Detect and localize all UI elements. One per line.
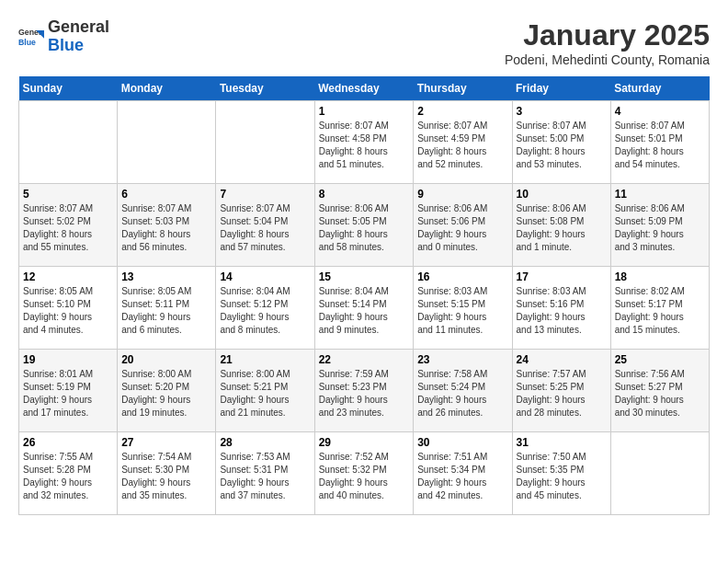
day-info: Sunrise: 8:07 AM Sunset: 5:04 PM Dayligh… [220,202,310,254]
weekday-friday: Friday [512,76,610,101]
week-row-2: 5Sunrise: 8:07 AM Sunset: 5:02 PM Daylig… [19,184,710,267]
day-info: Sunrise: 8:07 AM Sunset: 4:58 PM Dayligh… [319,120,410,171]
weekday-thursday: Thursday [414,76,512,101]
day-number: 29 [319,436,410,449]
day-info: Sunrise: 8:00 AM Sunset: 5:21 PM Dayligh… [220,368,310,419]
day-number: 2 [417,105,507,118]
calendar-cell: 23Sunrise: 7:58 AM Sunset: 5:24 PM Dayli… [414,350,512,432]
calendar-cell: 17Sunrise: 8:03 AM Sunset: 5:16 PM Dayli… [512,267,610,350]
day-info: Sunrise: 8:05 AM Sunset: 5:11 PM Dayligh… [121,285,211,337]
calendar-cell: 13Sunrise: 8:05 AM Sunset: 5:11 PM Dayli… [118,267,216,350]
day-number: 23 [417,353,507,366]
day-info: Sunrise: 7:59 AM Sunset: 5:23 PM Dayligh… [319,368,410,419]
calendar-cell: 14Sunrise: 8:04 AM Sunset: 5:12 PM Dayli… [216,267,314,350]
calendar-cell: 28Sunrise: 7:53 AM Sunset: 5:31 PM Dayli… [216,432,314,515]
day-info: Sunrise: 8:07 AM Sunset: 5:02 PM Dayligh… [23,202,113,254]
day-info: Sunrise: 8:03 AM Sunset: 5:16 PM Dayligh… [517,285,607,337]
day-number: 7 [220,188,310,201]
day-number: 13 [121,270,211,283]
calendar-cell: 19Sunrise: 8:01 AM Sunset: 5:19 PM Dayli… [19,350,118,432]
day-info: Sunrise: 8:01 AM Sunset: 5:19 PM Dayligh… [23,368,113,419]
day-number: 26 [23,436,113,449]
day-info: Sunrise: 8:07 AM Sunset: 4:59 PM Dayligh… [417,120,507,171]
logo-icon: General Blue [18,24,44,50]
calendar-cell: 6Sunrise: 8:07 AM Sunset: 5:03 PM Daylig… [118,184,216,267]
calendar-cell: 16Sunrise: 8:03 AM Sunset: 5:15 PM Dayli… [414,267,512,350]
calendar-cell: 29Sunrise: 7:52 AM Sunset: 5:32 PM Dayli… [314,432,414,515]
calendar-cell: 12Sunrise: 8:05 AM Sunset: 5:10 PM Dayli… [19,267,118,350]
day-info: Sunrise: 8:06 AM Sunset: 5:08 PM Dayligh… [517,202,607,254]
day-info: Sunrise: 7:51 AM Sunset: 5:34 PM Dayligh… [417,451,507,502]
day-number: 10 [517,188,607,201]
day-info: Sunrise: 8:06 AM Sunset: 5:09 PM Dayligh… [615,202,705,254]
day-info: Sunrise: 7:52 AM Sunset: 5:32 PM Dayligh… [319,451,410,502]
day-info: Sunrise: 8:04 AM Sunset: 5:12 PM Dayligh… [220,285,310,337]
weekday-row: SundayMondayTuesdayWednesdayThursdayFrid… [19,76,710,101]
calendar-cell: 30Sunrise: 7:51 AM Sunset: 5:34 PM Dayli… [414,432,512,515]
day-number: 12 [23,270,113,283]
day-number: 6 [121,188,211,201]
day-number: 19 [23,353,113,366]
day-info: Sunrise: 8:06 AM Sunset: 5:05 PM Dayligh… [319,202,410,254]
calendar-cell: 18Sunrise: 8:02 AM Sunset: 5:17 PM Dayli… [610,267,709,350]
calendar-cell: 4Sunrise: 8:07 AM Sunset: 5:01 PM Daylig… [610,101,709,184]
calendar-cell: 1Sunrise: 8:07 AM Sunset: 4:58 PM Daylig… [314,101,414,184]
calendar-cell: 8Sunrise: 8:06 AM Sunset: 5:05 PM Daylig… [314,184,414,267]
day-number: 16 [417,270,507,283]
calendar-cell: 3Sunrise: 8:07 AM Sunset: 5:00 PM Daylig… [512,101,610,184]
calendar-cell: 21Sunrise: 8:00 AM Sunset: 5:21 PM Dayli… [216,350,314,432]
day-number: 5 [23,188,113,201]
day-info: Sunrise: 7:55 AM Sunset: 5:28 PM Dayligh… [23,451,113,502]
day-info: Sunrise: 8:02 AM Sunset: 5:17 PM Dayligh… [615,285,705,337]
day-info: Sunrise: 7:54 AM Sunset: 5:30 PM Dayligh… [121,451,211,502]
day-info: Sunrise: 7:57 AM Sunset: 5:25 PM Dayligh… [517,368,607,419]
calendar-cell: 27Sunrise: 7:54 AM Sunset: 5:30 PM Dayli… [118,432,216,515]
page-header: General Blue General Blue January 2025 P… [18,18,710,67]
logo: General Blue General Blue [18,18,109,55]
day-number: 15 [319,270,410,283]
weekday-monday: Monday [118,76,216,101]
day-info: Sunrise: 7:56 AM Sunset: 5:27 PM Dayligh… [615,368,705,419]
day-info: Sunrise: 7:53 AM Sunset: 5:31 PM Dayligh… [220,451,310,502]
calendar-cell [118,101,216,184]
week-row-1: 1Sunrise: 8:07 AM Sunset: 4:58 PM Daylig… [19,101,710,184]
day-info: Sunrise: 7:58 AM Sunset: 5:24 PM Dayligh… [417,368,507,419]
calendar-body: 1Sunrise: 8:07 AM Sunset: 4:58 PM Daylig… [19,101,710,515]
calendar-cell: 22Sunrise: 7:59 AM Sunset: 5:23 PM Dayli… [314,350,414,432]
day-info: Sunrise: 8:04 AM Sunset: 5:14 PM Dayligh… [319,285,410,337]
calendar-cell: 7Sunrise: 8:07 AM Sunset: 5:04 PM Daylig… [216,184,314,267]
calendar-cell: 15Sunrise: 8:04 AM Sunset: 5:14 PM Dayli… [314,267,414,350]
calendar-cell: 24Sunrise: 7:57 AM Sunset: 5:25 PM Dayli… [512,350,610,432]
weekday-sunday: Sunday [19,76,118,101]
day-number: 3 [517,105,607,118]
day-info: Sunrise: 8:00 AM Sunset: 5:20 PM Dayligh… [121,368,211,419]
logo-general-text: General [48,17,109,36]
weekday-wednesday: Wednesday [314,76,414,101]
week-row-3: 12Sunrise: 8:05 AM Sunset: 5:10 PM Dayli… [19,267,710,350]
day-info: Sunrise: 8:07 AM Sunset: 5:03 PM Dayligh… [121,202,211,254]
day-number: 1 [319,105,410,118]
calendar-header: SundayMondayTuesdayWednesdayThursdayFrid… [19,76,710,101]
day-info: Sunrise: 8:03 AM Sunset: 5:15 PM Dayligh… [417,285,507,337]
day-number: 20 [121,353,211,366]
calendar-cell [19,101,118,184]
calendar-cell: 5Sunrise: 8:07 AM Sunset: 5:02 PM Daylig… [19,184,118,267]
day-number: 24 [517,353,607,366]
week-row-5: 26Sunrise: 7:55 AM Sunset: 5:28 PM Dayli… [19,432,710,515]
calendar-cell: 2Sunrise: 8:07 AM Sunset: 4:59 PM Daylig… [414,101,512,184]
day-info: Sunrise: 8:05 AM Sunset: 5:10 PM Dayligh… [23,285,113,337]
day-number: 14 [220,270,310,283]
day-number: 28 [220,436,310,449]
day-number: 9 [417,188,507,201]
day-number: 30 [417,436,507,449]
calendar-title: January 2025 [505,18,710,52]
calendar-subtitle: Podeni, Mehedinti County, Romania [505,52,710,67]
day-number: 22 [319,353,410,366]
title-block: January 2025 Podeni, Mehedinti County, R… [505,18,710,67]
day-number: 17 [517,270,607,283]
day-info: Sunrise: 8:07 AM Sunset: 5:00 PM Dayligh… [517,120,607,171]
day-number: 11 [615,188,705,201]
weekday-saturday: Saturday [610,76,709,101]
calendar-cell: 10Sunrise: 8:06 AM Sunset: 5:08 PM Dayli… [512,184,610,267]
day-info: Sunrise: 8:06 AM Sunset: 5:06 PM Dayligh… [417,202,507,254]
